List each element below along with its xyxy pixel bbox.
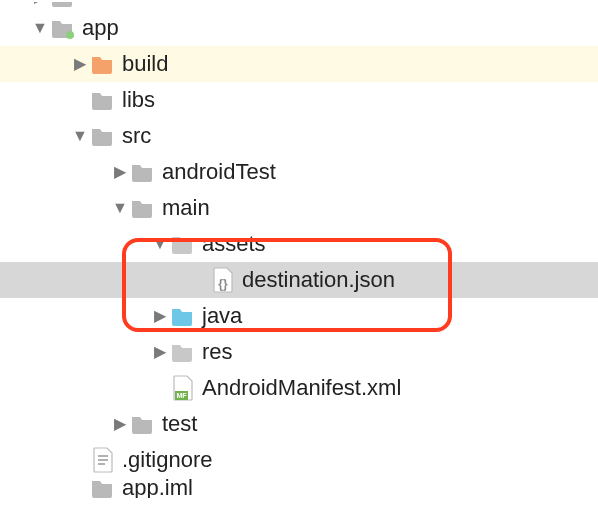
tree-row-destination-json[interactable]: ▶ {} destination.json <box>0 262 598 298</box>
folder-gray-icon <box>90 87 116 113</box>
project-tree[interactable]: ▶ .idea ▼ app ▶ build ▶ libs ▼ <box>0 0 598 498</box>
collapse-arrow-icon[interactable]: ▼ <box>150 231 170 257</box>
tree-label: app <box>82 10 119 45</box>
tree-row-manifest[interactable]: ▶ MF AndroidManifest.xml <box>0 370 598 406</box>
source-folder-icon <box>170 303 196 329</box>
tree-row-libs[interactable]: ▶ libs <box>0 82 598 118</box>
folder-gray-icon <box>50 2 76 10</box>
tree-label: main <box>162 190 210 225</box>
tree-label: libs <box>122 82 155 117</box>
tree-row-build[interactable]: ▶ build <box>0 46 598 82</box>
tree-row-java[interactable]: ▶ java <box>0 298 598 334</box>
folder-gray-icon <box>90 123 116 149</box>
tree-label: build <box>122 46 168 81</box>
tree-label: destination.json <box>242 262 395 297</box>
expand-arrow-icon[interactable]: ▶ <box>30 2 50 10</box>
build-folder-icon <box>90 51 116 77</box>
tree-label: app.iml <box>122 478 193 498</box>
tree-label: .idea <box>82 2 130 10</box>
tree-label: assets <box>202 226 266 261</box>
tree-row-res[interactable]: ▶ res <box>0 334 598 370</box>
folder-gray-icon <box>90 478 116 498</box>
expand-arrow-icon[interactable]: ▶ <box>150 339 170 365</box>
tree-label: androidTest <box>162 154 276 189</box>
tree-row-test[interactable]: ▶ test <box>0 406 598 442</box>
tree-row-app[interactable]: ▼ app <box>0 10 598 46</box>
expand-arrow-icon[interactable]: ▶ <box>110 411 130 437</box>
tree-row-assets[interactable]: ▼ assets <box>0 226 598 262</box>
collapse-arrow-icon[interactable]: ▼ <box>70 123 90 149</box>
manifest-file-icon: MF <box>170 375 196 401</box>
tree-row-src[interactable]: ▼ src <box>0 118 598 154</box>
folder-gray-icon <box>130 195 156 221</box>
folder-gray-icon <box>130 159 156 185</box>
tree-label: test <box>162 406 197 441</box>
collapse-arrow-icon[interactable]: ▼ <box>30 15 50 41</box>
tree-label: AndroidManifest.xml <box>202 370 401 405</box>
tree-row-main[interactable]: ▼ main <box>0 190 598 226</box>
tree-label: src <box>122 118 151 153</box>
expand-arrow-icon[interactable]: ▶ <box>70 51 90 77</box>
tree-label: res <box>202 334 233 369</box>
tree-row-idea[interactable]: ▶ .idea <box>0 2 598 10</box>
collapse-arrow-icon[interactable]: ▼ <box>110 195 130 221</box>
expand-arrow-icon[interactable]: ▶ <box>150 303 170 329</box>
svg-text:{}: {} <box>218 277 228 291</box>
tree-label: .gitignore <box>122 442 213 477</box>
tree-label: java <box>202 298 242 333</box>
folder-gray-icon <box>130 411 156 437</box>
tree-row-gitignore[interactable]: ▶ .gitignore <box>0 442 598 478</box>
expand-arrow-icon[interactable]: ▶ <box>110 159 130 185</box>
module-folder-icon <box>50 15 76 41</box>
resource-folder-icon <box>170 231 196 257</box>
tree-row-androidtest[interactable]: ▶ androidTest <box>0 154 598 190</box>
resource-folder-icon <box>170 339 196 365</box>
tree-row-app-iml[interactable]: ▶ app.iml <box>0 478 598 498</box>
svg-point-0 <box>66 31 74 39</box>
svg-text:MF: MF <box>176 392 187 399</box>
json-file-icon: {} <box>210 267 236 293</box>
text-file-icon <box>90 447 116 473</box>
